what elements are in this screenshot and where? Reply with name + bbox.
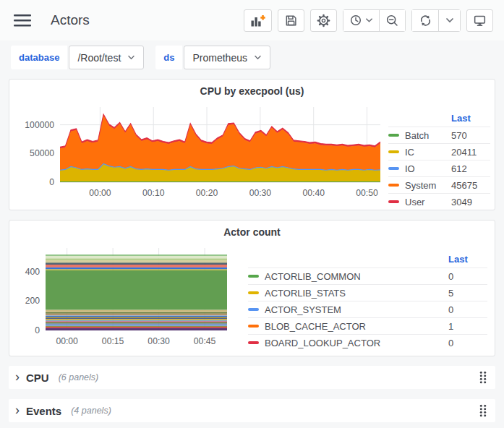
clock-icon	[349, 14, 362, 27]
svg-text:00:00: 00:00	[56, 336, 78, 346]
svg-text:00:30: 00:30	[249, 188, 272, 198]
series-color-dash	[248, 325, 259, 328]
series-color-dash	[388, 134, 399, 137]
time-range-picker[interactable]	[343, 10, 379, 31]
series-name[interactable]: ACTORLIB_STATS	[265, 288, 448, 299]
dashboard-variables-bar: database /Root/test ds Prometheus	[0, 40, 504, 79]
chevron-down-icon	[127, 55, 135, 60]
series-name[interactable]: Batch	[405, 130, 451, 141]
variable-select-database[interactable]: /Root/test	[69, 46, 144, 69]
hamburger-icon	[14, 14, 32, 27]
dashboard-row-cpu[interactable]: › CPU (6 panels)	[9, 366, 495, 389]
save-icon	[284, 14, 298, 27]
series-last-value: 0	[448, 338, 487, 348]
legend-last-header[interactable]: Last	[448, 254, 487, 265]
svg-text:00:40: 00:40	[302, 188, 325, 198]
series-color-dash	[248, 341, 259, 344]
row-panel-count: (4 panels)	[71, 406, 111, 416]
svg-text:00:10: 00:10	[142, 188, 165, 198]
magnifier-minus-icon	[385, 14, 399, 27]
variable-label-database[interactable]: database	[11, 46, 67, 69]
panel-title[interactable]: CPU by execpool (us)	[9, 80, 495, 100]
svg-text:100000: 100000	[25, 120, 54, 130]
series-last-value: 570	[451, 130, 490, 141]
refresh-button[interactable]	[412, 10, 438, 31]
refresh-group	[411, 9, 461, 32]
series-name[interactable]: IC	[405, 147, 451, 158]
series-last-value: 5	[448, 288, 487, 299]
save-dashboard-button[interactable]	[278, 9, 304, 32]
series-last-value: 0	[448, 304, 487, 315]
series-color-dash	[388, 167, 399, 170]
series-name[interactable]: BOARD_LOOKUP_ACTOR	[265, 338, 448, 348]
svg-text:00:20: 00:20	[196, 188, 218, 198]
series-color-dash	[388, 150, 399, 153]
top-navbar: Actors	[0, 0, 504, 40]
svg-text:00:30: 00:30	[148, 336, 170, 346]
add-panel-button[interactable]	[244, 9, 272, 32]
zoom-out-button[interactable]	[379, 10, 405, 31]
series-color-dash	[248, 275, 259, 278]
variable-label-ds[interactable]: ds	[155, 46, 182, 69]
legend-row-actor_system[interactable]: ACTOR_SYSTEM0	[248, 301, 487, 317]
legend-header-row: Last	[248, 251, 487, 268]
chevron-down-icon	[254, 55, 262, 60]
legend-row-ic[interactable]: IC20411	[388, 143, 490, 160]
series-last-value: 20411	[451, 147, 490, 158]
svg-text:0: 0	[49, 177, 54, 187]
chevron-right-icon[interactable]: ›	[15, 370, 20, 383]
tv-kiosk-button[interactable]	[466, 9, 493, 32]
chevron-down-icon	[365, 17, 373, 23]
legend-header-row: Last	[388, 110, 490, 127]
cpu-execpool-legend: LastBatch570IC20411IO612System45675User3…	[388, 110, 490, 210]
legend-last-header[interactable]: Last	[451, 113, 490, 124]
dashboard-grid: CPU by execpool (us) 00:0000:1000:2000:3…	[0, 79, 504, 422]
panel-title[interactable]: Actor count	[9, 221, 495, 241]
series-name[interactable]: ACTOR_SYSTEM	[265, 304, 448, 315]
panel-cpu-by-execpool: CPU by execpool (us) 00:0000:1000:2000:3…	[9, 79, 495, 210]
series-last-value: 612	[451, 163, 490, 174]
variable-select-ds[interactable]: Prometheus	[184, 46, 270, 69]
series-last-value: 3049	[451, 197, 490, 207]
dashboard-settings-button[interactable]	[310, 9, 337, 32]
gear-icon	[317, 14, 330, 27]
series-last-value: 45675	[451, 180, 490, 191]
series-name[interactable]: BLOB_CACHE_ACTOR	[265, 321, 448, 332]
svg-text:400: 400	[25, 267, 40, 277]
legend-row-batch[interactable]: Batch570	[388, 127, 490, 143]
series-color-dash	[388, 200, 399, 203]
actor-count-chart[interactable]: 00:0000:1500:3000:450200400	[14, 241, 232, 353]
variable-value-ds: Prometheus	[192, 52, 247, 64]
row-title[interactable]: Events	[26, 405, 61, 417]
series-color-dash	[388, 184, 399, 187]
legend-row-blob_cache_actor[interactable]: BLOB_CACHE_ACTOR1	[248, 317, 487, 334]
series-last-value: 1	[448, 321, 487, 332]
svg-text:00:15: 00:15	[102, 336, 124, 346]
series-name[interactable]: IO	[405, 163, 451, 174]
legend-row-actorlib_stats[interactable]: ACTORLIB_STATS5	[248, 284, 487, 301]
svg-text:0: 0	[35, 325, 40, 335]
legend-row-io[interactable]: IO612	[388, 160, 490, 176]
svg-text:00:50: 00:50	[356, 188, 378, 198]
series-name[interactable]: System	[405, 180, 451, 191]
menu-button[interactable]	[11, 12, 35, 30]
time-controls-group	[343, 9, 406, 32]
refresh-icon	[419, 14, 432, 27]
legend-row-board_lookup_actor[interactable]: BOARD_LOOKUP_ACTOR0	[248, 334, 487, 351]
cpu-execpool-chart[interactable]: 00:0000:1000:2000:3000:4000:500500001000…	[14, 101, 387, 207]
drag-handle-icon[interactable]	[478, 403, 488, 419]
actor-count-legend: LastACTORLIB_COMMON0ACTORLIB_STATS5ACTOR…	[248, 251, 487, 356]
series-color-dash	[248, 291, 259, 294]
legend-row-system[interactable]: System45675	[388, 176, 490, 193]
refresh-interval-dropdown[interactable]	[438, 10, 460, 31]
series-color-dash	[248, 308, 259, 311]
dashboard-row-events[interactable]: › Events (4 panels)	[9, 399, 495, 422]
chevron-right-icon[interactable]: ›	[15, 403, 20, 416]
drag-handle-icon[interactable]	[478, 369, 488, 385]
series-name[interactable]: ACTORLIB_COMMON	[265, 271, 448, 282]
panel-actor-count: Actor count 00:0000:1500:3000:450200400 …	[9, 220, 495, 356]
row-title[interactable]: CPU	[26, 372, 49, 384]
legend-row-user[interactable]: User3049	[388, 193, 490, 210]
series-name[interactable]: User	[405, 197, 451, 207]
legend-row-actorlib_common[interactable]: ACTORLIB_COMMON0	[248, 268, 487, 284]
